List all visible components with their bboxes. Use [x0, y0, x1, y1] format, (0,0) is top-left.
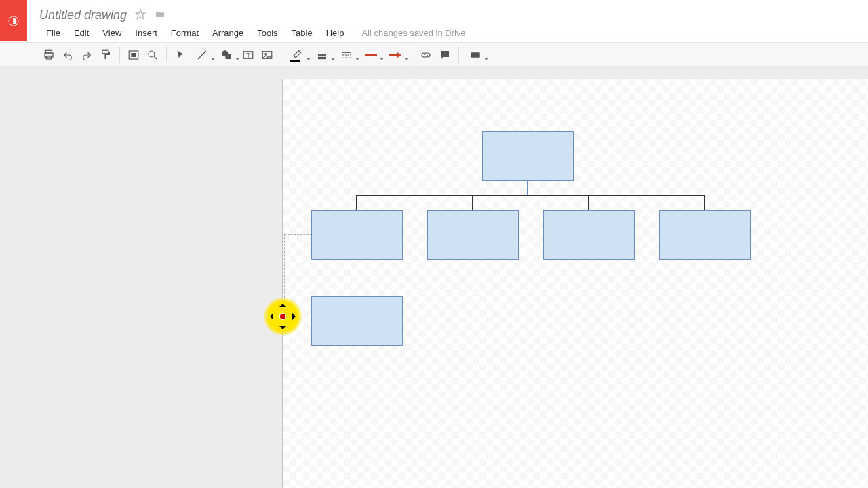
menu-help[interactable]: Help	[319, 26, 351, 40]
redo-icon[interactable]	[78, 46, 96, 64]
undo-icon[interactable]	[59, 46, 77, 64]
connector	[527, 180, 528, 196]
print-icon[interactable]	[40, 46, 58, 64]
menu-bar: File Edit View Insert Format Arrange Too…	[39, 24, 466, 41]
svg-rect-6	[102, 50, 108, 54]
menu-insert[interactable]: Insert	[128, 26, 164, 40]
shape-child-3[interactable]	[543, 210, 635, 260]
svg-rect-11	[226, 54, 231, 60]
svg-rect-5	[46, 56, 52, 60]
comment-icon[interactable]	[436, 46, 454, 64]
input-tools-icon[interactable]	[464, 46, 487, 64]
svg-rect-15	[471, 52, 480, 58]
menu-format[interactable]: Format	[164, 26, 205, 40]
connector	[704, 195, 705, 210]
connector	[588, 195, 589, 210]
menu-file[interactable]: File	[39, 26, 67, 40]
line-start-icon[interactable]	[359, 46, 382, 64]
shape-tool-icon[interactable]	[215, 46, 238, 64]
menu-tools[interactable]: Tools	[250, 26, 284, 40]
menu-edit[interactable]: Edit	[67, 26, 96, 40]
menu-view[interactable]: View	[96, 26, 128, 40]
shape-child-4[interactable]	[659, 210, 751, 260]
drawing-canvas[interactable]	[282, 79, 868, 488]
toolbar	[0, 42, 868, 68]
connector	[356, 195, 357, 210]
zoom-fit-icon[interactable]	[125, 46, 142, 64]
line-color-icon[interactable]	[286, 46, 309, 64]
shape-child-1[interactable]	[311, 210, 403, 260]
svg-point-14	[264, 53, 267, 55]
image-icon[interactable]	[258, 46, 276, 64]
svg-point-9	[149, 51, 155, 57]
zoom-icon[interactable]	[144, 46, 161, 64]
connector	[356, 195, 705, 196]
insert-link-icon[interactable]	[417, 46, 435, 64]
svg-marker-2	[136, 9, 144, 18]
cursor-highlight	[264, 298, 302, 336]
svg-rect-8	[131, 53, 136, 57]
line-weight-icon[interactable]	[311, 46, 334, 64]
guide-line	[284, 234, 285, 321]
menu-table[interactable]: Table	[285, 26, 319, 40]
text-box-icon[interactable]	[239, 46, 257, 64]
save-status: All changes saved in Drive	[361, 28, 465, 38]
menu-arrange[interactable]: Arrange	[205, 26, 250, 40]
shape-sub-1[interactable]	[311, 296, 403, 346]
workspace[interactable]	[0, 66, 868, 488]
shape-child-2[interactable]	[427, 210, 519, 260]
star-icon[interactable]	[135, 9, 146, 22]
document-title[interactable]: Untitled drawing	[39, 8, 127, 22]
guide-line	[284, 234, 312, 235]
paint-format-icon[interactable]	[97, 46, 115, 64]
line-dash-icon[interactable]	[335, 46, 358, 64]
line-end-icon[interactable]	[384, 46, 407, 64]
folder-icon[interactable]	[154, 9, 166, 22]
shape-root[interactable]	[482, 131, 574, 181]
select-icon[interactable]	[172, 46, 189, 64]
app-logo[interactable]	[0, 0, 27, 41]
connector	[472, 195, 473, 210]
line-tool-icon[interactable]	[191, 46, 214, 64]
